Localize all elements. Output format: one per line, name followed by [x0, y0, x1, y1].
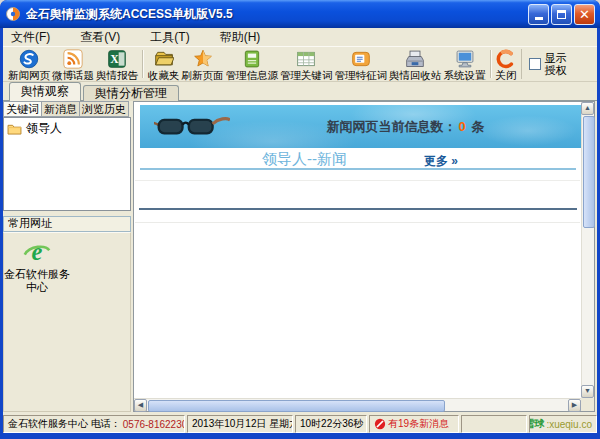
toolbar-button-label: 新闻网页 [8, 70, 50, 81]
status-service-info: 金石软件服务中心 电话：0576-81622303 客服Q [3, 415, 185, 433]
tree-item-leaders[interactable]: 领导人 [4, 118, 130, 139]
status-empty [461, 415, 527, 433]
favorite-item-service-center[interactable]: e 金石软件服务中心 [4, 238, 70, 294]
banner-info-unit: 条 [468, 119, 485, 134]
keyword-table-icon [296, 49, 316, 69]
tab-browse-history[interactable]: 浏览历史 [80, 101, 129, 117]
scroll-up-button[interactable]: ▲ [581, 102, 594, 115]
system-settings-button[interactable]: 系统设置 [443, 48, 487, 81]
app-icon [5, 6, 21, 22]
maximize-icon [557, 10, 566, 19]
news-section-header: 领导人--新闻 更多 » [134, 150, 594, 168]
toolbar-button-label: 系统设置 [444, 70, 486, 81]
client-area: 文件(F) 查看(V) 工具(T) 帮助(H) 新闻网页 微博话题 X [3, 28, 597, 433]
minimize-icon [535, 17, 543, 20]
new-messages-text: 有19条新消息 [388, 417, 449, 431]
ie-globe-icon: e [23, 238, 51, 266]
manage-feature-words-button[interactable]: 管理特征词 [334, 48, 389, 81]
list-divider [135, 222, 580, 223]
license-area: 显示授权 [521, 49, 569, 79]
toolbar-button-label: 关闭 [496, 70, 517, 81]
weibo-topics-button[interactable]: 微博话题 [51, 48, 95, 81]
banner-info-text: 新闻网页当前信息数：0 条 [230, 118, 581, 136]
scroll-down-button[interactable]: ▼ [581, 385, 594, 398]
toolbar-button-label: 舆情报告 [96, 70, 138, 81]
status-date: 2013年10月12日 星期六 [187, 415, 293, 433]
folder-icon [7, 123, 22, 135]
minimize-button[interactable] [528, 4, 549, 25]
license-checkbox[interactable] [529, 58, 541, 70]
menu-file[interactable]: 文件(F) [5, 28, 56, 47]
refresh-star-icon [193, 49, 213, 69]
toolbar-button-label: 管理特征词 [335, 70, 388, 81]
favorite-item-label: 金石软件服务中心 [4, 268, 70, 294]
scrollbar-corner [581, 398, 594, 411]
app-window: 金石舆情监测系统ACCESS单机版V5.5 ✕ 文件(F) 查看(V) 工具(T… [0, 0, 600, 439]
tab-new-messages[interactable]: 新消息 [42, 101, 80, 117]
svg-text:e: e [32, 238, 43, 265]
tab-keywords[interactable]: 关键词 [3, 101, 42, 117]
sidebar: 关键词 新消息 浏览历史 领导人 常用网址 e 金石软 [3, 101, 131, 412]
feature-card-icon [351, 49, 371, 69]
keyword-tree: 领导人 [3, 117, 131, 211]
close-app-button[interactable]: 关闭 [495, 48, 518, 81]
sidebar-tabbar: 关键词 新消息 浏览历史 [3, 101, 131, 117]
tab-opinion-analysis[interactable]: 舆情分析管理 [83, 85, 179, 101]
section-underline [140, 168, 576, 170]
license-checkbox-label: 显示授权 [545, 52, 569, 76]
status-phone-number: 0576-81622303 [123, 419, 185, 430]
horizontal-scrollbar[interactable]: ◀ ▶ [134, 398, 581, 411]
menubar: 文件(F) 查看(V) 工具(T) 帮助(H) [3, 28, 597, 46]
watermark-prefix: 雪球 [529, 417, 544, 431]
info-source-icon [242, 49, 262, 69]
favorites-header: 常用网址 [3, 216, 131, 232]
folder-icon [154, 49, 174, 69]
opinion-report-button[interactable]: X 舆情报告 [95, 48, 139, 81]
titlebar[interactable]: 金石舆情监测系统ACCESS单机版V5.5 ✕ [0, 0, 600, 28]
list-divider [135, 180, 580, 181]
vertical-scroll-thumb[interactable] [583, 116, 595, 228]
menu-help[interactable]: 帮助(H) [214, 28, 267, 47]
toolbar-button-label: 舆情回收站 [389, 70, 442, 81]
status-time: 10时22分36秒 [295, 415, 367, 433]
monitor-icon [455, 49, 475, 69]
news-globe-icon [19, 49, 39, 69]
vertical-scrollbar[interactable]: ▲ ▼ [581, 102, 594, 398]
news-banner: 新闻网页当前信息数：0 条 [140, 105, 581, 148]
tab-opinion-watch[interactable]: 舆情观察 [9, 82, 81, 101]
close-button[interactable]: ✕ [574, 4, 595, 25]
manage-keywords-button[interactable]: 管理关键词 [279, 48, 334, 81]
status-new-messages[interactable]: 有19条新消息 [369, 415, 459, 433]
banner-info-count: 0 [457, 119, 468, 134]
menu-view[interactable]: 查看(V) [74, 28, 126, 47]
refresh-page-button[interactable]: 刷新页面 [181, 48, 225, 81]
banner-info-label: 新闻网页当前信息数： [327, 119, 457, 134]
menu-tools[interactable]: 工具(T) [144, 28, 195, 47]
window-title: 金石舆情监测系统ACCESS单机版V5.5 [26, 6, 528, 23]
toolbar-separator [142, 50, 144, 78]
toolbar-button-label: 收藏夹 [148, 70, 180, 81]
favorites-panel: e 金石软件服务中心 [3, 232, 131, 412]
main-tabbar: 舆情观察 舆情分析管理 [9, 83, 181, 101]
rss-icon [63, 49, 83, 69]
horizontal-scroll-thumb[interactable] [148, 400, 445, 412]
section-title: 领导人--新闻 [262, 150, 347, 169]
recycle-bin-button[interactable]: 舆情回收站 [388, 48, 443, 81]
maximize-button[interactable] [551, 4, 572, 25]
recycle-bin-icon [405, 49, 425, 69]
news-web-button[interactable]: 新闻网页 [7, 48, 51, 81]
status-watermark: 雪球:xueqiu.co [529, 415, 597, 433]
content-panel: 新闻网页当前信息数：0 条 领导人--新闻 更多 » ▲ ▼ ◀ ▶ [133, 101, 595, 412]
toolbar-button-label: 管理关键词 [280, 70, 333, 81]
scroll-right-button[interactable]: ▶ [568, 399, 581, 412]
manage-sources-button[interactable]: 管理信息源 [225, 48, 280, 81]
status-service-prefix: 金石软件服务中心 电话： [8, 417, 121, 431]
svg-text:X: X [110, 53, 119, 66]
watermark-text: :xueqiu.co [546, 419, 592, 430]
favorites-button[interactable]: 收藏夹 [147, 48, 181, 81]
scroll-left-button[interactable]: ◀ [134, 399, 147, 412]
toolbar-button-label: 刷新页面 [182, 70, 224, 81]
power-icon [496, 49, 516, 69]
glasses-image [154, 115, 230, 139]
toolbar-button-label: 管理信息源 [226, 70, 279, 81]
